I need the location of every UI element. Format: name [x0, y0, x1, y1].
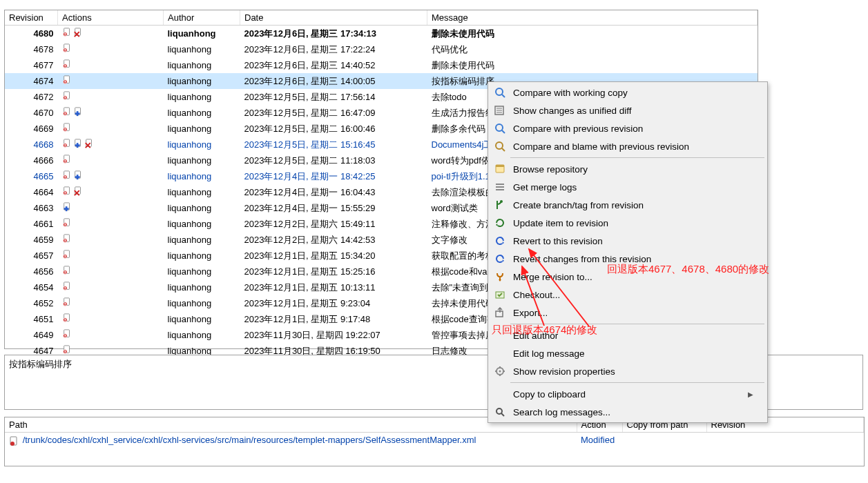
message: 删除多余代码	[432, 124, 485, 134]
actions-cell	[58, 89, 164, 105]
menu-label: Compare with working copy	[513, 88, 628, 98]
menu-item[interactable]: Revert to this revision	[490, 232, 766, 250]
message: 删除未使用代码	[432, 60, 494, 70]
menu-item[interactable]: Search log messages...	[490, 403, 766, 421]
actions-cell	[58, 216, 164, 232]
menu-separator	[510, 382, 764, 383]
update-icon	[492, 217, 508, 229]
menu-item[interactable]: Show revision properties	[490, 362, 766, 380]
menu-item[interactable]: Compare with working copy	[490, 83, 766, 101]
revision-number: 4656	[34, 266, 54, 277]
message: 去除todo	[432, 92, 467, 102]
submenu-arrow-icon: ▶	[748, 391, 753, 398]
menu-item[interactable]: Show changes as unified diff	[490, 101, 766, 119]
date: 2023年12月1日, 星期五 9:23:04	[244, 298, 371, 308]
menu-item[interactable]: Edit log message	[490, 344, 766, 362]
modified-icon	[62, 344, 72, 355]
merge-icon	[492, 270, 508, 283]
commit-message-text: 按指标编码排序	[9, 359, 72, 369]
revision-number: 4680	[34, 28, 54, 39]
author: liquanhong	[168, 203, 212, 213]
browse-icon	[492, 163, 508, 175]
date: 2023年12月5日, 星期二 16:00:46	[244, 124, 376, 134]
path-revision	[706, 433, 864, 448]
message: 去掉未使用代码	[432, 298, 494, 308]
revision-number: 4665	[34, 171, 54, 181]
date: 2023年12月5日, 星期二 17:56:14	[244, 92, 376, 102]
menu-item[interactable]: Compare with previous revision	[490, 119, 766, 137]
modified-icon	[62, 59, 72, 70]
modified-icon	[62, 313, 72, 324]
menu-item[interactable]: Compare and blame with previous revision	[490, 137, 766, 155]
revision-number: 4664	[34, 187, 54, 197]
annotation-2: 只回退版本4674的修改	[492, 324, 597, 337]
col-header-revision[interactable]: Revision	[5, 10, 58, 26]
col-header-author[interactable]: Author	[164, 10, 240, 26]
menu-item[interactable]: Update item to revision	[490, 214, 766, 232]
author: liquanhong	[168, 124, 212, 134]
modified-icon	[62, 43, 72, 54]
date: 2023年12月6日, 星期三 14:00:05	[244, 76, 376, 86]
actions-cell	[58, 168, 164, 184]
menu-item[interactable]: Create branch/tag from revision	[490, 196, 766, 214]
path-row[interactable]: /trunk/codes/cxhl/cxhl_service/cxhl/cxhl…	[5, 433, 864, 448]
col-header-message[interactable]: Message	[427, 10, 758, 26]
revert-icon	[492, 235, 508, 247]
modified-icon	[62, 154, 72, 165]
menu-separator	[510, 157, 764, 158]
author: liquanhong	[168, 92, 212, 102]
date: 2023年12月5日, 星期二 11:18:03	[244, 155, 376, 166]
menu-item[interactable]: Get merge logs	[490, 178, 766, 196]
author: liquanhong	[168, 139, 212, 150]
date: 2023年12月1日, 星期五 15:34:20	[244, 250, 376, 261]
checkout-icon	[492, 288, 508, 301]
author: liquanhong	[168, 314, 212, 324]
log-row[interactable]: 4677liquanhong2023年12月6日, 星期三 14:40:52删除…	[5, 57, 758, 73]
actions-cell	[58, 279, 164, 295]
path-action: Modified	[577, 433, 622, 448]
log-row[interactable]: 4680liquanhong2023年12月6日, 星期三 17:34:13删除…	[5, 26, 758, 42]
menu-label: Update item to revision	[513, 218, 608, 228]
actions-cell	[58, 200, 164, 216]
actions-cell	[58, 327, 164, 343]
menu-item[interactable]: Browse repository	[490, 160, 766, 178]
annotation-1: 回退版本4677、4678、4680的修改	[607, 263, 769, 276]
modified-icon	[62, 217, 72, 228]
deleted-icon	[84, 138, 94, 149]
actions-cell	[58, 137, 164, 152]
revision-number: 4657	[34, 250, 54, 261]
col-header-date[interactable]: Date	[240, 10, 427, 26]
context-menu[interactable]: Compare with working copyShow changes as…	[488, 81, 768, 423]
date: 2023年12月2日, 星期六 14:42:53	[244, 235, 376, 245]
modified-icon	[62, 75, 72, 86]
path-text: /trunk/codes/cxhl/cxhl_service/cxhl/cxhl…	[23, 435, 476, 445]
menu-item[interactable]: Export...	[490, 304, 766, 322]
menu-item[interactable]: Copy to clipboard▶	[490, 385, 766, 403]
added-icon	[73, 138, 83, 149]
branch-icon	[492, 199, 508, 211]
actions-cell	[58, 121, 164, 137]
revision-number: 4666	[34, 155, 54, 166]
modified-icon	[62, 265, 72, 276]
date: 2023年12月6日, 星期三 17:22:24	[244, 44, 376, 55]
revision-number: 4654	[34, 282, 54, 293]
author: liquanhong	[168, 76, 212, 86]
revision-number: 4677	[34, 60, 54, 70]
revision-number: 4663	[34, 203, 54, 213]
diff-icon	[492, 104, 508, 117]
col-header-actions[interactable]: Actions	[58, 10, 164, 26]
author: liquanhong	[168, 330, 212, 340]
actions-cell	[58, 26, 164, 42]
author: liquanhong	[168, 28, 216, 39]
revision-number: 4670	[34, 108, 54, 118]
svg-point-29	[10, 442, 15, 446]
revision-number: 4672	[34, 92, 54, 102]
menu-label: Create branch/tag from revision	[513, 200, 644, 210]
menu-label: Copy to clipboard	[513, 389, 586, 400]
log-row[interactable]: 4678liquanhong2023年12月6日, 星期三 17:22:24代码…	[5, 41, 758, 57]
added-icon	[73, 170, 83, 181]
log-header-row[interactable]: Revision Actions Author Date Message	[5, 10, 758, 26]
actions-cell	[58, 152, 164, 168]
menu-item[interactable]: Checkout...	[490, 286, 766, 304]
modified-icon	[62, 328, 72, 339]
